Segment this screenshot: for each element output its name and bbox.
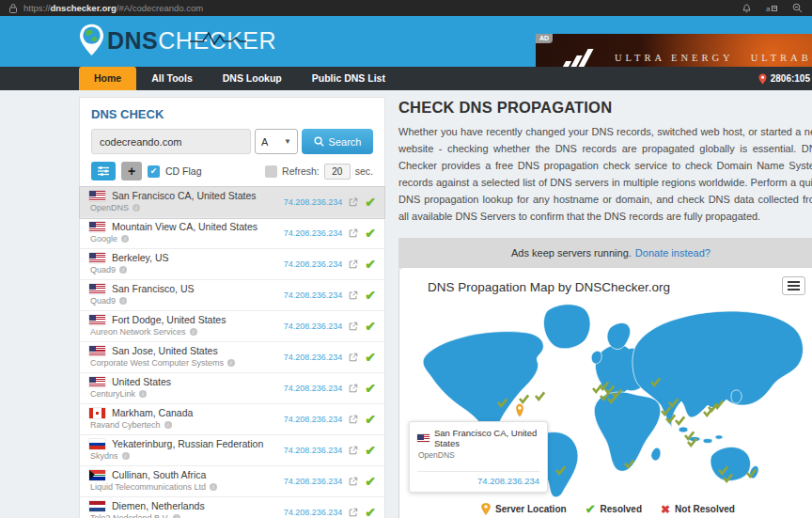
resolved-ip-link[interactable]: 74.208.236.234 [284,477,343,486]
resolved-ip-link[interactable]: 74.208.236.234 [284,353,343,362]
resolved-ip-link[interactable]: 74.208.236.234 [284,508,343,517]
record-type-select[interactable]: A ▼ [255,129,298,154]
external-link-icon[interactable] [349,384,358,393]
dnschecker-logo[interactable]: DNSCHECKER [79,24,276,56]
record-type-value: A [261,136,268,148]
server-location: Markham, Canada [112,407,193,418]
server-row[interactable]: United StatesCenturyLinki74.208.236.234✔ [80,373,384,404]
nav-tab-dns-lookup[interactable]: DNS Lookup [208,67,297,90]
my-ip-link[interactable]: 2806:105 [758,67,810,90]
server-location: Yekaterinburg, Russian Federation [112,438,263,449]
refresh-checkbox[interactable] [265,165,277,178]
external-link-icon[interactable] [349,415,358,424]
resolved-ip-link[interactable]: 74.208.236.234 [284,446,343,455]
external-link-icon[interactable] [349,259,358,269]
nav-tab-all-tools[interactable]: All Tools [136,67,208,90]
resolved-ip-link[interactable]: 74.208.236.234 [284,290,343,300]
external-link-icon[interactable] [349,446,358,455]
info-icon[interactable]: i [227,359,235,367]
server-provider: Google [90,234,117,243]
zoom-out-icon[interactable] [792,3,803,13]
resolved-check-icon: ✔ [365,475,376,488]
server-result: 74.208.236.234✔ [284,258,376,271]
server-row[interactable]: Yekaterinburg, Russian FederationSkydnsi… [80,435,384,466]
info-icon[interactable]: i [133,204,140,212]
search-button[interactable]: Search [302,129,373,154]
resolved-marker-icon [676,416,684,423]
server-location: Mountain View CA, United States [112,221,258,232]
server-provider: Quad9 [90,265,116,275]
server-row[interactable]: Markham, CanadaRavand Cybertechi74.208.2… [80,404,384,435]
external-link-icon[interactable] [349,353,358,362]
server-row[interactable]: Diemen, NetherlandsTele2 Nederland B.V.i… [80,497,384,518]
filter-options-button[interactable] [91,162,116,181]
refresh-group: Refresh: sec. [265,164,373,180]
donate-link[interactable]: Donate instead? [635,247,710,259]
domain-input[interactable] [91,129,251,154]
info-icon[interactable]: i [139,390,147,398]
map-menu-button[interactable] [782,276,805,295]
server-row[interactable]: Cullinan, South AfricaLiquid Telecommuni… [80,466,384,497]
resolved-check-icon: ✔ [365,258,376,271]
map-title: DNS Propagation Map by DNSChecker.org [428,280,812,294]
resolved-check-icon: ✔ [365,320,376,333]
resolved-check-icon: ✔ [365,413,376,426]
add-server-button[interactable]: + [121,162,142,181]
resolved-check-icon: ✔ [365,506,376,518]
resolved-check-icon: ✔ [365,196,376,209]
resolved-ip-link[interactable]: 74.208.236.234 [284,415,343,424]
info-icon[interactable]: i [119,266,127,274]
external-link-icon[interactable] [349,322,358,331]
resolved-ip-link[interactable]: 74.208.236.234 [284,197,343,207]
translate-icon[interactable]: a [766,4,777,13]
nav-tab-home[interactable]: Home [79,67,136,90]
info-icon[interactable]: i [210,483,217,491]
server-location-pin-icon [517,404,523,416]
us-flag-icon [89,377,105,387]
server-row[interactable]: Mountain View CA, United StatesGooglei74… [80,218,384,249]
info-icon[interactable]: i [164,421,172,429]
address-bar[interactable]: https://dnschecker.org/#A/codecreando.co… [23,3,203,13]
resolved-ip-link[interactable]: 74.208.236.234 [284,322,343,331]
hamburger-icon [788,281,800,283]
globe-pin-icon [79,24,104,56]
info-icon[interactable]: i [119,297,127,305]
server-location: San Francisco, US [112,283,195,294]
nl-flag-icon [89,501,105,511]
server-result: 74.208.236.234✔ [284,444,376,457]
refresh-seconds-input[interactable] [324,164,351,180]
external-link-icon[interactable] [349,508,358,517]
bell-icon[interactable] [742,4,751,13]
resolved-check-icon: ✔ [586,502,596,516]
server-row[interactable]: San Francisco, USQuad9i74.208.236.234✔ [80,280,384,311]
resolved-ip-link[interactable]: 74.208.236.234 [284,384,343,393]
nav-tab-public-dns-list[interactable]: Public DNS List [297,67,400,90]
server-row[interactable]: San Jose, United StatesCorporate West Co… [80,342,384,373]
info-icon[interactable]: i [190,328,197,336]
resolved-ip-link[interactable]: 74.208.236.234 [284,259,343,269]
resolved-ip-link[interactable]: 74.208.236.234 [284,228,343,238]
donate-bar: Ads keep servers running. Donate instead… [398,238,812,268]
server-location: Cullinan, South Africa [112,469,206,480]
chevron-down-icon: ▼ [284,137,291,146]
server-row[interactable]: Fort Dodge, United StatesAureon Network … [80,311,384,342]
ca-flag-icon [89,408,105,418]
info-icon[interactable]: i [173,514,180,518]
external-link-icon[interactable] [349,228,358,238]
server-row[interactable]: Berkeley, USQuad9i74.208.236.234✔ [80,249,384,280]
external-link-icon[interactable] [349,290,358,300]
server-location: Fort Dodge, United States [112,314,226,325]
sliders-icon [97,165,110,177]
lock-icon[interactable] [9,4,17,13]
cd-flag-checkbox[interactable]: ✔ [148,165,160,178]
info-icon[interactable]: i [121,235,129,243]
site-header: DNSCHECKER AD ULTRA ENERGYULTRABOO [0,16,812,67]
main-nav: HomeAll ToolsDNS LookupPublic DNS List 2… [0,67,812,90]
server-result: 74.208.236.234✔ [284,196,376,209]
server-result: 74.208.236.234✔ [284,382,376,395]
info-icon[interactable]: i [122,452,130,460]
legend-label: Resolved [601,504,642,514]
server-row[interactable]: San Francisco CA, United StatesOpenDNSi7… [80,187,384,218]
external-link-icon[interactable] [349,197,358,207]
external-link-icon[interactable] [349,477,358,486]
